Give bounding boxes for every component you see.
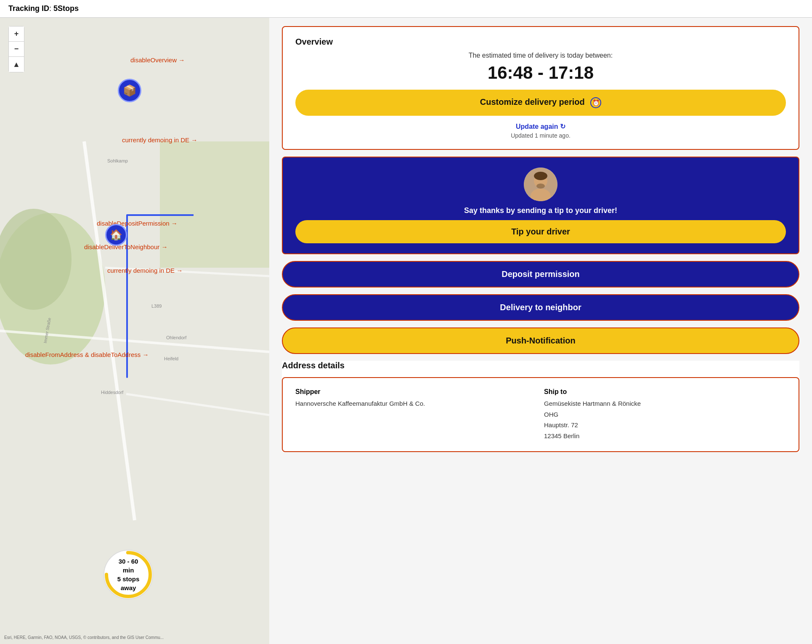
- map-container: Sohlkamp L389 Ohlendorf Heifeld Hiddesdo…: [0, 18, 269, 644]
- eta-text: 30 - 60 min 5 stops away: [115, 557, 142, 592]
- svg-point-20: [536, 184, 545, 189]
- svg-text:L389: L389: [151, 303, 162, 309]
- annotation-disable-overview: disableOverview: [130, 56, 185, 64]
- eta-line2: 5 stops away: [117, 575, 140, 591]
- annotation-neighbour: disableDeliverToNeighbour: [84, 243, 167, 250]
- tracking-label: Tracking ID: [8, 4, 49, 13]
- shipper-label: Shipper: [295, 388, 537, 396]
- header-bar: Tracking ID: 5Stops: [0, 0, 812, 18]
- update-again-link[interactable]: Update again: [516, 123, 565, 130]
- customize-btn-label: Customize delivery period: [480, 97, 585, 106]
- updated-text: Updated 1 minute ago.: [295, 132, 786, 139]
- tip-driver-button[interactable]: Tip your driver: [295, 220, 786, 243]
- driver-thanks-text: Say thanks by sending a tip to your driv…: [464, 206, 617, 215]
- svg-rect-3: [160, 141, 269, 268]
- annotation-demo-2: currently demoing in DE: [107, 267, 183, 274]
- eta-line1: 30 - 60 min: [119, 558, 138, 574]
- annotation-demo-1: currently demoing in DE: [122, 136, 197, 144]
- eta-circle: 30 - 60 min 5 stops away: [101, 547, 156, 602]
- estimated-text: The estimated time of delivery is today …: [295, 52, 786, 59]
- svg-text:Sohlkamp: Sohlkamp: [107, 158, 128, 163]
- right-panel: Overview The estimated time of delivery …: [269, 18, 812, 644]
- driver-marker: 📦: [118, 79, 141, 102]
- svg-text:Ohlendorf: Ohlendorf: [166, 335, 187, 340]
- home-marker: 🏠: [105, 224, 127, 246]
- svg-point-19: [534, 172, 547, 180]
- overview-title: Overview: [295, 37, 786, 47]
- address-title: Address details: [282, 361, 799, 370]
- svg-text:Heifeld: Heifeld: [164, 356, 178, 361]
- truck-icon: 📦: [123, 84, 136, 97]
- ship-to-address: Gemüsekiste Hartmann & Rönicke OHG Haupt…: [544, 398, 786, 441]
- tracking-id: 5Stops: [53, 4, 79, 13]
- ship-to-label: Ship to: [544, 388, 786, 396]
- shipper-name: Hannoversche Kaffeemanufaktur GmbH & Co.: [295, 398, 537, 409]
- update-section: Update again Updated 1 minute ago.: [295, 122, 786, 139]
- shipper-column: Shipper Hannoversche Kaffeemanufaktur Gm…: [295, 388, 537, 441]
- delivery-neighbor-button[interactable]: Delivery to neighbor: [282, 294, 799, 321]
- compass-button[interactable]: ▲: [9, 57, 24, 72]
- main-layout: Sohlkamp L389 Ohlendorf Heifeld Hiddesdo…: [0, 18, 812, 644]
- home-icon: 🏠: [110, 229, 122, 241]
- annotation-address: disableFromAddress & disableToAddress: [25, 351, 149, 358]
- push-notification-button[interactable]: Push-Notification: [282, 327, 799, 354]
- driver-avatar: [524, 168, 557, 201]
- svg-text:Hiddesdorf: Hiddesdorf: [101, 390, 124, 395]
- customize-delivery-button[interactable]: Customize delivery period ⏰: [295, 90, 786, 116]
- address-section: Address details Shipper Hannoversche Kaf…: [282, 361, 799, 452]
- zoom-out-button[interactable]: −: [9, 42, 24, 57]
- zoom-in-button[interactable]: +: [9, 27, 24, 42]
- ship-to-column: Ship to Gemüsekiste Hartmann & Rönicke O…: [544, 388, 786, 441]
- deposit-permission-button[interactable]: Deposit permission: [282, 261, 799, 287]
- map-controls: + − ▲: [8, 26, 24, 72]
- driver-tip-card: Say thanks by sending a tip to your driv…: [282, 157, 799, 254]
- delivery-time: 16:48 - 17:18: [295, 63, 786, 83]
- overview-card: Overview The estimated time of delivery …: [282, 26, 799, 150]
- address-grid: Shipper Hannoversche Kaffeemanufaktur Gm…: [282, 377, 799, 452]
- map-attribution: Esri, HERE, Garmin, FAO, NOAA, USGS, © c…: [4, 635, 164, 640]
- annotation-deposit: disableDepositPermission: [97, 220, 178, 227]
